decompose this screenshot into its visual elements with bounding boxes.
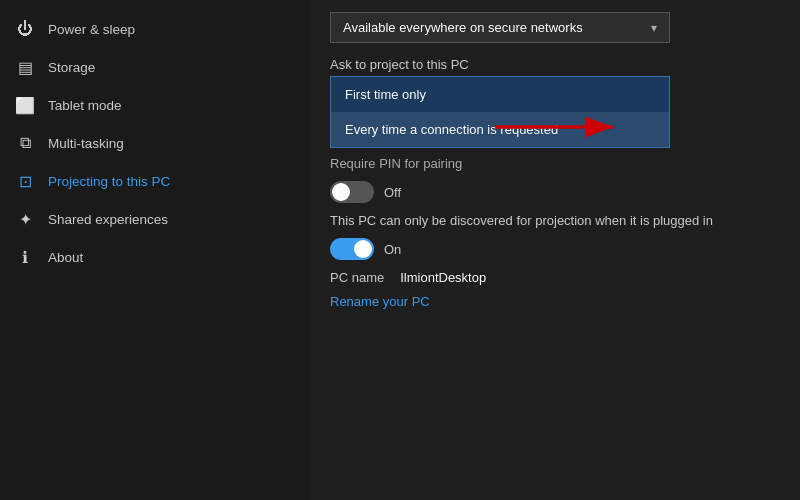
main-content: Available everywhere on secure networks … xyxy=(310,0,800,500)
sidebar-item-storage[interactable]: ▤ Storage xyxy=(0,48,310,86)
sidebar-item-tablet-mode[interactable]: ⬜ Tablet mode xyxy=(0,86,310,124)
pc-name-value: IlmiontDesktop xyxy=(400,270,486,285)
sidebar-label-about: About xyxy=(48,250,83,265)
sidebar-label-multi-tasking: Multi-tasking xyxy=(48,136,124,151)
tablet-icon: ⬜ xyxy=(16,96,34,114)
power-icon: ⏻ xyxy=(16,20,34,38)
sidebar-item-power-sleep[interactable]: ⏻ Power & sleep xyxy=(0,10,310,48)
discovery-text: This PC can only be discovered for proje… xyxy=(330,213,780,228)
require-pin-toggle-knob xyxy=(332,183,350,201)
about-icon: ℹ xyxy=(16,248,34,266)
require-pin-toggle-row: Off xyxy=(330,181,780,203)
discovery-toggle[interactable] xyxy=(330,238,374,260)
multitask-icon: ⧉ xyxy=(16,134,34,152)
discovery-toggle-row: On xyxy=(330,238,780,260)
ask-project-label: Ask to project to this PC xyxy=(330,57,780,72)
availability-dropdown-wrapper: Available everywhere on secure networks … xyxy=(330,12,780,43)
discovery-toggle-label: On xyxy=(384,242,401,257)
availability-dropdown[interactable]: Available everywhere on secure networks … xyxy=(330,12,670,43)
discovery-toggle-knob xyxy=(354,240,372,258)
sidebar-label-tablet-mode: Tablet mode xyxy=(48,98,122,113)
sidebar: ⏻ Power & sleep ▤ Storage ⬜ Tablet mode … xyxy=(0,0,310,500)
sidebar-label-storage: Storage xyxy=(48,60,95,75)
chevron-down-icon: ▾ xyxy=(651,21,657,35)
availability-dropdown-value: Available everywhere on secure networks xyxy=(343,20,583,35)
sidebar-item-multi-tasking[interactable]: ⧉ Multi-tasking xyxy=(0,124,310,162)
sidebar-item-shared-experiences[interactable]: ✦ Shared experiences xyxy=(0,200,310,238)
require-pin-label: Require PIN for pairing xyxy=(330,156,780,171)
sidebar-label-projecting: Projecting to this PC xyxy=(48,174,170,189)
sidebar-item-projecting[interactable]: ⊡ Projecting to this PC xyxy=(0,162,310,200)
arrow-indicator xyxy=(495,105,625,153)
shared-icon: ✦ xyxy=(16,210,34,228)
rename-pc-link[interactable]: Rename your PC xyxy=(330,294,430,309)
storage-icon: ▤ xyxy=(16,58,34,76)
sidebar-item-about[interactable]: ℹ About xyxy=(0,238,310,276)
pc-name-row: PC name IlmiontDesktop xyxy=(330,270,780,285)
sidebar-label-shared-experiences: Shared experiences xyxy=(48,212,168,227)
projecting-icon: ⊡ xyxy=(16,172,34,190)
sidebar-label-power-sleep: Power & sleep xyxy=(48,22,135,37)
pc-name-label: PC name xyxy=(330,270,384,285)
require-pin-toggle-label: Off xyxy=(384,185,401,200)
require-pin-toggle[interactable] xyxy=(330,181,374,203)
